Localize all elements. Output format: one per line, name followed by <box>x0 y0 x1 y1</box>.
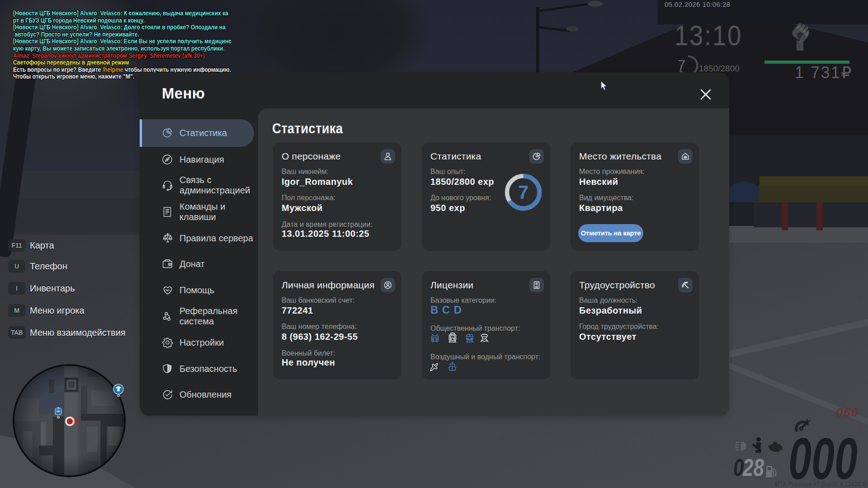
svg-text:7: 7 <box>518 182 528 203</box>
